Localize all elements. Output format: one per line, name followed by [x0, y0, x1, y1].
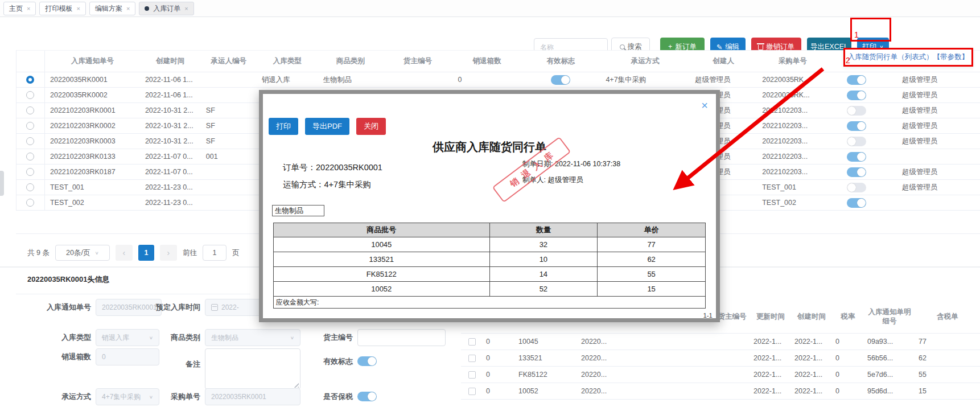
goods-header-batch: 商品批号 — [274, 223, 490, 237]
flag-toggle[interactable] — [847, 167, 866, 177]
prev-page-button[interactable]: ‹ — [116, 245, 133, 261]
row-checkbox[interactable] — [468, 338, 476, 346]
row-radio[interactable] — [26, 76, 34, 84]
doc-maker-value: 超级管理员 — [547, 176, 583, 184]
details-row[interactable]: 0 133521 20220... 2022-1... 2022-1... 0 … — [461, 350, 980, 367]
cell-flag — [828, 106, 885, 116]
tab-close-icon[interactable]: × — [27, 5, 30, 12]
goods-qty: 32 — [489, 237, 598, 252]
close-icon[interactable]: × — [701, 100, 708, 111]
type-value: 销退入库 — [102, 333, 129, 343]
cell-notice-no: 2022102203RK0003 — [45, 137, 140, 145]
row-radio-cell — [17, 134, 45, 149]
details-cell-created: 2022-1... — [791, 371, 832, 379]
row-radio[interactable] — [26, 199, 34, 207]
tab[interactable]: 编辑方案 × — [89, 2, 135, 15]
goods-batch: 133521 — [274, 252, 490, 267]
page-unit-label: 页 — [232, 248, 240, 258]
goods-price: 15 — [598, 282, 706, 297]
row-radio-cell — [17, 180, 45, 195]
header-transport: 承运方式 — [600, 56, 690, 66]
details-row[interactable]: 0 FK85122 20220... 2022-1... 2022-1... 0… — [461, 367, 980, 383]
tab-close-icon[interactable]: × — [126, 5, 130, 12]
flag-toggle[interactable] — [847, 91, 866, 100]
flag-toggle[interactable] — [847, 121, 866, 131]
row-radio[interactable] — [26, 91, 34, 99]
cell-flag — [828, 121, 885, 131]
tab[interactable]: 入库订单 × — [139, 2, 193, 15]
details-cell-updated: 2022-1... — [750, 387, 791, 395]
cell-flag — [828, 137, 885, 146]
header-created: 创建时间 — [140, 56, 201, 66]
details-cell-tax: 0 — [832, 371, 864, 379]
row-radio[interactable] — [26, 106, 34, 114]
remark-label: 备注 — [137, 356, 200, 373]
cell-updater: 超级管理员 — [885, 183, 980, 192]
header-radio-col — [17, 51, 45, 72]
cell-flag — [828, 91, 885, 100]
row-radio[interactable] — [26, 153, 34, 161]
flag-toggle[interactable] — [847, 183, 866, 192]
cell-notice-no: 20220035RK0002 — [45, 91, 140, 99]
amount-in-words-label: 应收金额大写: — [274, 297, 706, 309]
remark-textarea[interactable] — [205, 348, 300, 389]
resize-handle-icon[interactable] — [294, 383, 299, 388]
print-menu-item[interactable]: 入库随货同行单（列表式）【带参数】 — [843, 48, 973, 67]
flag-toggle[interactable] — [847, 152, 866, 162]
flag-toggle[interactable] — [847, 137, 866, 146]
flag-toggle[interactable] — [847, 106, 866, 116]
modal-close-button[interactable]: 关闭 — [356, 118, 386, 135]
header-owner: 货主编号 — [383, 56, 453, 66]
row-radio-cell — [17, 88, 45, 102]
header-valid: 有效标志 — [521, 56, 600, 66]
document-title: 供应商入库随货同行单 — [263, 139, 716, 155]
details-row[interactable]: 0 10052 20220... 2022-1... 2022-1... 0 9… — [461, 383, 980, 400]
tab-close-icon[interactable]: × — [184, 5, 188, 12]
current-page-button[interactable]: 1 — [138, 245, 154, 261]
po-label: 采购单号 — [137, 388, 200, 405]
sidebar-collapse-handle[interactable] — [0, 171, 4, 196]
row-checkbox[interactable] — [468, 355, 476, 362]
flag-toggle[interactable] — [847, 75, 866, 85]
details-cell-created: 2022-1... — [791, 354, 832, 362]
cell-flag — [828, 198, 885, 208]
details-cell-detail-no: 95d6d... — [864, 387, 915, 395]
tab[interactable]: 打印模板 × — [39, 2, 85, 15]
next-page-button[interactable]: › — [160, 245, 177, 261]
cell-notice-no: 2022102203RK0001 — [45, 106, 140, 114]
po-field[interactable]: 20220035RK0001 — [205, 388, 300, 405]
details-cell-batch: 133521 — [515, 354, 578, 362]
page-size-select[interactable]: 20条/页 ∨ — [55, 245, 110, 261]
row-radio[interactable] — [26, 137, 34, 145]
goto-page-input[interactable] — [203, 245, 227, 261]
details-checkbox-cell — [461, 388, 483, 395]
pagination: 共 9 条 20条/页 ∨ ‹ 1 › 前往 页 — [27, 245, 239, 261]
tab[interactable]: 主页 × — [3, 2, 36, 15]
details-cell-created: 2022-1... — [791, 387, 832, 395]
tab-bar: 主页 × 打印模板 × 编辑方案 × 入库订单 × — [0, 0, 980, 17]
bonded-toggle[interactable] — [357, 392, 377, 401]
modal-print-button[interactable]: 打印 — [269, 118, 298, 135]
flag-toggle[interactable] — [847, 198, 866, 208]
row-radio-cell — [17, 72, 45, 87]
row-checkbox[interactable] — [468, 371, 476, 379]
table-row[interactable]: 20220035RK0001 2022-11-06 1... 销退入库 生物制品… — [17, 72, 980, 88]
goods-batch: 10045 — [274, 237, 490, 252]
valid-toggle[interactable] — [551, 75, 570, 85]
row-radio[interactable] — [26, 168, 34, 176]
cell-po: 2022102203... — [757, 168, 828, 176]
row-radio[interactable] — [26, 183, 34, 191]
owner-field[interactable] — [357, 329, 446, 346]
tab-close-icon[interactable]: × — [76, 5, 80, 12]
row-checkbox[interactable] — [468, 388, 476, 395]
modal-export-pdf-button[interactable]: 导出PDF — [305, 118, 349, 135]
row-radio[interactable] — [26, 122, 34, 130]
category-select[interactable]: 生物制品 ∨ — [205, 329, 300, 346]
details-cell-tax: 0 — [832, 338, 864, 346]
cell-created: 2022-10-31 2... — [140, 137, 201, 145]
goods-row: 10052 52 15 — [274, 282, 706, 297]
valid-flag-toggle[interactable] — [357, 356, 377, 366]
cell-updater: 超级管理员 — [885, 91, 980, 100]
details-row[interactable]: 0 10045 20220... 2022-1... 2022-1... 0 0… — [461, 334, 980, 350]
cell-created: 2022-11-06 1... — [140, 91, 201, 99]
